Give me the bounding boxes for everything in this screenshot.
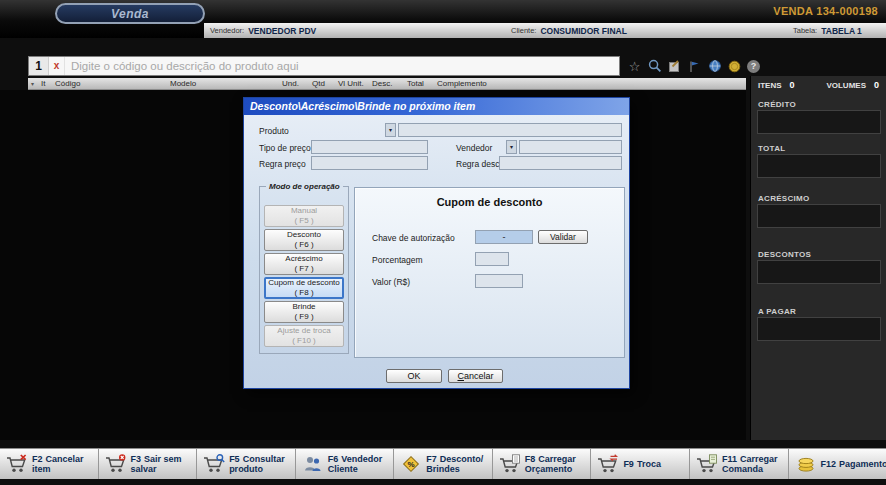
manual-button-key: ( F5 ) [294,216,313,226]
validar-button[interactable]: Validar [538,230,588,244]
edit-icon[interactable] [667,59,682,74]
manual-button: Manual ( F5 ) [264,205,344,227]
dialog-title-bar[interactable]: Desconto\Acréscimo\Brinde no próximo ite… [244,98,629,115]
globe-icon[interactable] [707,59,722,74]
cupom-desconto-panel: Cupom de desconto Chave de autorização -… [354,187,625,358]
toolbar-button-f7-desconto-brindes[interactable]: % F7Desconto/ Brindes [393,449,492,479]
toolbar-key: F6 [328,454,339,464]
a-pagar-value-box [757,317,881,341]
brinde-button[interactable]: Brinde ( F9 ) [264,301,344,323]
col-codigo: Código [55,79,80,88]
toolbar-button-text: F5Consultar produto [229,454,295,475]
toolbar-button-f5-consultar-produto[interactable]: F5Consultar produto [196,449,295,479]
toolbar-button-f6-vendedor-cliente[interactable]: F6Vendedor Cliente [295,449,394,479]
toolbar-button-f2-cancelar-item[interactable]: F2Cancelar item [0,449,98,479]
desconto-button[interactable]: Desconto ( F6 ) [264,229,344,251]
manual-button-label: Manual [291,206,317,216]
toolbar-button-text: F8Carregar Orçamento [525,454,591,475]
toolbar-button-f3-sair-sem-salvar[interactable]: F3Sair sem salvar [98,449,197,479]
item-index: 1 [29,57,49,75]
tabela-info: Tabela: TABELA 1 [793,23,862,38]
load-budget-cart-icon [499,454,521,474]
help-icon[interactable]: ? [747,60,760,73]
clear-search-button[interactable]: x [49,57,65,75]
acrescimo-button[interactable]: Acréscimo ( F7 ) [264,253,344,275]
tabela-label: Tabela: [793,26,817,35]
acrescimo-value-box [757,204,881,228]
descontos-label: DESCONTOS [758,250,811,259]
toolbar-button-f9-troca[interactable]: F9Troca [590,449,689,479]
porcentagem-label: Porcentagem [372,255,423,265]
descontos-value-box [757,260,881,284]
toolbar-button-f11-carregar-comanda[interactable]: F11Carregar Comanda [689,449,788,479]
regra-preco-label: Regra preço [259,159,306,169]
col-und: Und. [282,79,299,88]
chave-autorizacao-input[interactable]: - [475,230,533,244]
itens-label: ITENS [758,81,782,90]
col-qtd: Qtd [312,79,325,88]
ajuste-troca-button: Ajuste de troca ( F10 ) [264,325,344,347]
toolbar-key: F9 [623,459,634,469]
volumes-counter: VOLUMES 0 [826,80,879,90]
brinde-button-key: ( F9 ) [294,312,313,322]
ajuste-button-key: ( F10 ) [292,336,316,346]
toolbar-button-text: F6Vendedor Cliente [328,454,394,475]
toolbar-button-text: F7Desconto/ Brindes [426,454,492,475]
cupom-panel-title: Cupom de desconto [355,196,624,208]
vendedor-label: Vendedor: [210,26,244,35]
itens-counter: ITENS 0 [758,80,795,90]
vendedor-field-input[interactable] [519,140,622,154]
favorite-star-icon[interactable]: ☆ [627,59,642,74]
col-vl-unit: Vl Unit. [338,79,364,88]
desconto-button-label: Desconto [287,230,321,240]
coin-icon[interactable] [727,59,742,74]
a-pagar-label: A PAGAR [758,307,796,316]
load-tab-cart-icon [696,454,718,474]
flag-icon[interactable] [687,59,702,74]
volumes-value: 0 [874,80,879,90]
regra-preco-input[interactable] [311,156,428,170]
total-value-box [757,154,881,178]
toolbar-button-text: F3Sair sem salvar [131,454,197,475]
produto-input[interactable] [398,123,622,137]
modo-operacao-legend: Modo de operação [266,182,343,191]
product-search-input[interactable] [65,60,619,72]
toolbar-button-text: F11Carregar Comanda [722,454,788,475]
toolbar-button-text: F2Cancelar item [32,454,98,475]
toolbar-key: F3 [131,454,142,464]
toolbar-button-f12-pagamentos[interactable]: F12Pagamentos [788,449,886,479]
produto-lookup-button[interactable]: ▾ [385,123,396,137]
porcentagem-input[interactable] [475,252,509,266]
search-zoom-icon[interactable] [647,59,662,74]
vendedor-lookup-button[interactable]: ▾ [506,140,517,154]
cupom-desconto-button[interactable]: Cupom de desconto ( F8 ) [264,277,344,299]
cupom-button-label: Cupom de desconto [268,278,340,288]
items-table-header: ▾ It Código Modelo Und. Qtd Vl Unit. Des… [28,78,746,90]
toolbar-key: F12 [821,459,837,469]
top-bar: Venda VENDA 134-000198 Vendedor: VENDEDO… [0,0,886,38]
valor-input[interactable] [475,274,523,288]
produto-label: Produto [259,126,289,136]
brinde-button-label: Brinde [292,302,315,312]
totals-sidebar: ITENS 0 VOLUMES 0 CRÉDITO TOTAL ACRÉSCIM… [750,76,886,440]
toolbar-button-f8-carregar-orcamento[interactable]: F8Carregar Orçamento [492,449,591,479]
tipo-preco-label: Tipo de preço [259,143,311,153]
tipo-preco-input[interactable] [311,140,428,154]
product-search-cart-icon [203,454,225,474]
cliente-label: Cliente: [511,26,536,35]
col-complemento: Complemento [437,79,487,88]
cliente-value: CONSUMIDOR FINAL [540,26,626,36]
cupom-button-key: ( F8 ) [294,288,313,298]
regra-desc-input[interactable] [499,156,622,170]
venda-tab[interactable]: Venda [55,3,205,24]
function-key-toolbar: F2Cancelar item F3Sair sem salvar F5Cons… [0,448,886,479]
exit-cart-icon [105,454,127,474]
col-total: Total [407,79,424,88]
vendedor-field-label: Vendedor [456,143,492,153]
ok-button[interactable]: OK [386,369,442,383]
regra-desc-label: Regra desc. [456,159,502,169]
toolbar-key: F7 [426,454,437,464]
total-label: TOTAL [758,144,785,153]
cancelar-button[interactable]: Cancelar [448,369,503,383]
toolbar-button-text: F9Troca [623,459,661,469]
